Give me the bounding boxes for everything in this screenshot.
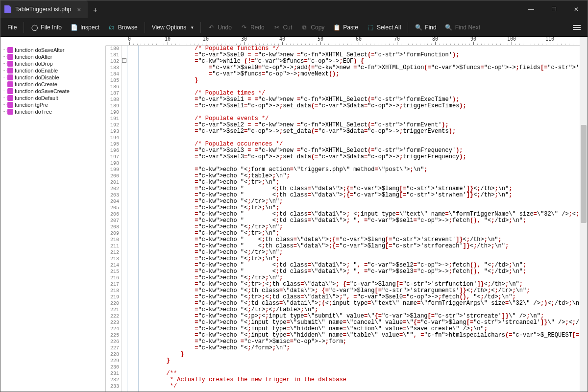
minimize-button[interactable]: — bbox=[520, 0, 542, 18]
find-next-button[interactable]: 🔍Find Next bbox=[441, 22, 484, 33]
copy-button[interactable]: ⧉Copy bbox=[297, 22, 328, 33]
line-number-gutter: 1801811821831841851861871881891901911921… bbox=[106, 46, 122, 392]
code-line[interactable]: */ bbox=[128, 383, 588, 390]
info-icon: ◯ bbox=[31, 24, 38, 31]
file-info-button[interactable]: ◯File Info bbox=[27, 22, 66, 33]
outline-label: function doDisable bbox=[15, 74, 59, 80]
menu-button[interactable] bbox=[569, 22, 585, 33]
code-line[interactable]: ="c-var">$sel1="c-op">->;set_data(="c-va… bbox=[128, 103, 588, 109]
file-menu[interactable]: File bbox=[3, 22, 21, 33]
scrollbar-thumb[interactable] bbox=[581, 125, 587, 223]
function-icon bbox=[7, 102, 13, 108]
outline-item[interactable]: ⋯function doSaveAlter bbox=[0, 47, 105, 53]
function-icon bbox=[7, 74, 13, 80]
ruler: 0102030405060708090100110 bbox=[106, 37, 588, 46]
cut-icon: ✂ bbox=[273, 24, 280, 31]
outline-sidebar: ⋯function doSaveAlter⋯function doAlter⋯f… bbox=[0, 46, 106, 392]
toolbar: File ◯File Info 📄Inspect 🗂Browse View Op… bbox=[0, 18, 588, 37]
view-options-menu[interactable]: View Options▾ bbox=[148, 22, 197, 33]
outline-item[interactable]: ⋯function doSaveCreate bbox=[0, 88, 105, 95]
code-line[interactable] bbox=[128, 364, 588, 370]
outline-label: function doDefault bbox=[15, 95, 58, 101]
find-next-icon: 🔍 bbox=[445, 24, 452, 31]
function-icon bbox=[7, 88, 13, 94]
cut-button[interactable]: ✂Cut bbox=[270, 22, 296, 33]
window-controls: — ☐ ✕ bbox=[520, 0, 588, 18]
outline-item[interactable]: ⋯function doCreate bbox=[0, 81, 105, 88]
outline-label: function doDrop bbox=[15, 61, 53, 67]
function-icon bbox=[7, 95, 13, 101]
outline-label: function doSaveAlter bbox=[15, 47, 65, 53]
copy-icon: ⧉ bbox=[301, 24, 308, 31]
function-icon bbox=[7, 68, 13, 74]
code-line[interactable]: ="c-var">$sel2="c-op">->;set_data(="c-va… bbox=[128, 128, 588, 135]
code-line[interactable]: } bbox=[128, 351, 588, 358]
code-line[interactable]: } bbox=[128, 77, 588, 84]
close-tab-icon[interactable]: × bbox=[75, 5, 83, 13]
code-line[interactable]: ="c-var">$sel3="c-op">->;set_data(="c-va… bbox=[128, 154, 588, 160]
code-line[interactable]: * Actually creates the new trigger in th… bbox=[128, 377, 588, 383]
outline-label: function doTree bbox=[15, 109, 52, 115]
maximize-button[interactable]: ☐ bbox=[542, 0, 565, 18]
select-all-icon: ⬚ bbox=[367, 24, 374, 31]
find-button[interactable]: 🔍Find bbox=[411, 22, 440, 33]
code-line[interactable]: } bbox=[128, 358, 588, 364]
function-icon bbox=[7, 81, 13, 87]
fold-column[interactable]: − bbox=[122, 46, 127, 392]
redo-icon: ↷ bbox=[241, 24, 247, 31]
vertical-scrollbar[interactable] bbox=[580, 37, 588, 392]
chevron-down-icon: ▾ bbox=[191, 25, 194, 30]
outline-item[interactable]: ⋯function tgPre bbox=[0, 101, 105, 108]
function-icon bbox=[7, 109, 13, 115]
inspect-button[interactable]: 📄Inspect bbox=[67, 22, 103, 33]
search-icon: 🔍 bbox=[415, 24, 422, 31]
inspect-icon: 📄 bbox=[71, 24, 77, 31]
code-area[interactable]: /* Populate functions */ ="c-var">$sel0 … bbox=[127, 46, 588, 392]
outline-label: function doEnable bbox=[15, 68, 58, 74]
tab-title: TableTriggersList.php bbox=[15, 6, 71, 13]
function-icon bbox=[7, 54, 13, 60]
outline-item[interactable]: ⋯function doDisable bbox=[0, 74, 105, 81]
outline-label: function doSaveCreate bbox=[15, 88, 70, 94]
paste-icon: 📋 bbox=[333, 24, 340, 31]
outline-label: function doAlter bbox=[15, 54, 52, 60]
code-editor[interactable]: 1801811821831841851861871881891901911921… bbox=[106, 46, 588, 392]
code-line[interactable]: ="c-kw">echo "<;/form>;\n"; bbox=[128, 345, 588, 351]
browse-button[interactable]: 🗂Browse bbox=[104, 22, 142, 33]
undo-button[interactable]: ↶Undo bbox=[204, 22, 236, 33]
php-file-icon bbox=[4, 5, 11, 13]
undo-icon: ↶ bbox=[208, 24, 215, 31]
redo-button[interactable]: ↷Redo bbox=[237, 22, 269, 33]
outline-item[interactable]: ⋯function doDrop bbox=[0, 60, 105, 67]
select-all-button[interactable]: ⬚Select All bbox=[363, 22, 405, 33]
file-tab[interactable]: TableTriggersList.php × bbox=[0, 0, 88, 18]
outline-item[interactable]: ⋯function doDefault bbox=[0, 95, 105, 101]
outline-item[interactable]: ⋯function doTree bbox=[0, 108, 105, 115]
title-bar: TableTriggersList.php × + — ☐ ✕ bbox=[0, 0, 588, 18]
outline-item[interactable]: ⋯function doAlter bbox=[0, 53, 105, 60]
new-tab-button[interactable]: + bbox=[88, 0, 102, 18]
paste-button[interactable]: 📋Paste bbox=[329, 22, 362, 33]
outline-item[interactable]: ⋯function doEnable bbox=[0, 67, 105, 74]
close-window-button[interactable]: ✕ bbox=[565, 0, 588, 18]
browse-icon: 🗂 bbox=[108, 24, 115, 31]
outline-label: function tgPre bbox=[15, 102, 48, 108]
function-icon bbox=[7, 61, 13, 67]
fold-toggle[interactable]: − bbox=[122, 58, 126, 63]
function-icon bbox=[7, 47, 13, 53]
outline-label: function doCreate bbox=[15, 81, 57, 87]
